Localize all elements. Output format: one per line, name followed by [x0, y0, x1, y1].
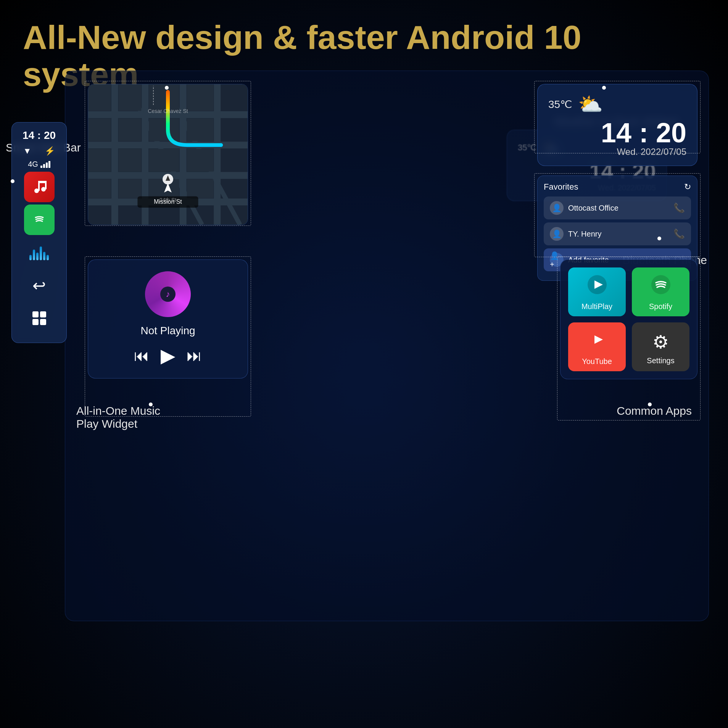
svg-point-46: [651, 275, 670, 294]
assistant-icon[interactable]: [24, 237, 55, 268]
multiplay-icon: [588, 275, 607, 298]
svg-rect-23: [149, 84, 179, 111]
svg-rect-27: [149, 119, 179, 142]
contact-ty-henry[interactable]: 👤 TY. Henry 📞: [544, 222, 691, 245]
wifi-icon: ▼: [23, 146, 32, 156]
spotify-tile-icon: [651, 275, 670, 298]
svg-rect-29: [88, 149, 111, 172]
home-button[interactable]: [24, 303, 55, 333]
multiplay-app-tile[interactable]: MultiPlay: [568, 267, 626, 316]
spotify-app-tile[interactable]: Spotify: [632, 267, 689, 316]
contact-name-ty: TY. Henry: [568, 230, 601, 238]
svg-rect-33: [88, 179, 111, 198]
svg-rect-7: [40, 311, 46, 317]
svg-text:24th St: 24th St: [159, 197, 176, 203]
smart-nav-bar: 14 : 20 ▼ ⚡ 4G ↩: [11, 122, 67, 343]
svg-text:Cesar Chavez St: Cesar Chavez St: [148, 108, 188, 114]
apps-dot: [648, 403, 652, 406]
music-controls: ⏮ ▶ ⏭: [100, 345, 236, 367]
contact-avatar-ottocast: 👤: [550, 201, 564, 215]
nav-status-icons: ▼ ⚡: [16, 146, 62, 156]
refresh-icon[interactable]: ↻: [684, 182, 691, 192]
youtube-icon: [588, 330, 607, 353]
bg-temp: 35℃: [518, 143, 536, 153]
svg-rect-32: [187, 149, 214, 172]
play-button[interactable]: ▶: [161, 345, 175, 367]
music-widget-label: All-in-One Music Play Widget: [76, 404, 160, 430]
pip-nav-dot: [165, 86, 169, 90]
contact-avatar-ty: 👤: [550, 227, 564, 241]
favorites-header: Favorites ↻: [544, 182, 691, 192]
weather-icon: ⛅: [578, 93, 603, 116]
svg-rect-34: [119, 179, 142, 198]
svg-rect-28: [187, 119, 214, 142]
network-status: 4G: [16, 160, 62, 169]
settings-app-tile[interactable]: ⚙ Settings: [632, 322, 689, 371]
weather-widget: 35℃ ⛅ 14 : 20 Wed. 2022/07/05: [537, 84, 697, 166]
apps-widget: MultiPlay Spotify YouTube ⚙ Settings: [560, 259, 697, 379]
music-note-icon: ♪: [160, 287, 176, 302]
svg-rect-6: [32, 311, 39, 317]
youtube-app-tile[interactable]: YouTube: [568, 322, 626, 371]
music-status: Not Playing: [100, 325, 236, 337]
svg-rect-4: [38, 181, 47, 183]
svg-rect-30: [119, 149, 142, 172]
svg-rect-24: [187, 84, 214, 111]
prev-button[interactable]: ⏮: [134, 347, 149, 364]
svg-rect-22: [119, 84, 142, 111]
settings-icon: ⚙: [652, 331, 669, 353]
youtube-label: YouTube: [582, 357, 612, 366]
map-widget: Mission St Cesar Chavez St 24th St: [88, 84, 248, 225]
signal-icon: [40, 161, 50, 168]
svg-rect-25: [88, 119, 111, 142]
call-icon-ottocast[interactable]: 📞: [673, 203, 685, 213]
contact-ottocast[interactable]: 👤 Ottocast Office 📞: [544, 196, 691, 219]
music-widget: ♪ Not Playing ⏮ ▶ ⏭: [88, 259, 248, 378]
temperature: 35℃: [548, 98, 572, 111]
common-apps-label: Common Apps: [617, 404, 692, 417]
album-art: ♪: [145, 271, 191, 317]
svg-rect-26: [119, 119, 142, 142]
4g-label: 4G: [28, 160, 38, 169]
weather-dot: [602, 86, 606, 90]
bluetooth-dot: [657, 237, 661, 240]
apps-grid: MultiPlay Spotify YouTube ⚙ Settings: [568, 267, 689, 371]
bluetooth-icon: ⚡: [45, 146, 55, 156]
svg-point-5: [31, 211, 48, 228]
weather-temp-row: 35℃ ⛅: [548, 93, 686, 116]
multiplay-label: MultiPlay: [581, 302, 612, 311]
svg-rect-8: [32, 319, 39, 325]
nav-time: 14 : 20: [16, 129, 62, 142]
wave-bars: [29, 245, 49, 260]
spotify-app-icon[interactable]: [24, 205, 55, 235]
contact-left: 👤 Ottocast Office: [550, 201, 618, 215]
contact-left-ty: 👤 TY. Henry: [550, 227, 601, 241]
weather-date: Wed. 2022/07/05: [548, 147, 686, 157]
next-button[interactable]: ⏭: [187, 347, 202, 364]
music-dot: [149, 403, 153, 406]
smart-nav-dot: [11, 179, 14, 183]
favorites-title: Favorites: [544, 182, 578, 192]
svg-rect-31: [149, 149, 179, 172]
music-app-icon[interactable]: [24, 172, 55, 202]
weather-time: 14 : 20: [548, 119, 686, 147]
spotify-tile-label: Spotify: [649, 302, 672, 311]
back-button[interactable]: ↩: [24, 270, 55, 301]
svg-rect-36: [187, 179, 214, 198]
settings-label: Settings: [647, 356, 674, 365]
contact-name-ottocast: Ottocast Office: [568, 204, 618, 213]
svg-rect-21: [88, 84, 111, 111]
svg-rect-9: [40, 319, 46, 325]
call-icon-ty[interactable]: 📞: [673, 229, 685, 239]
